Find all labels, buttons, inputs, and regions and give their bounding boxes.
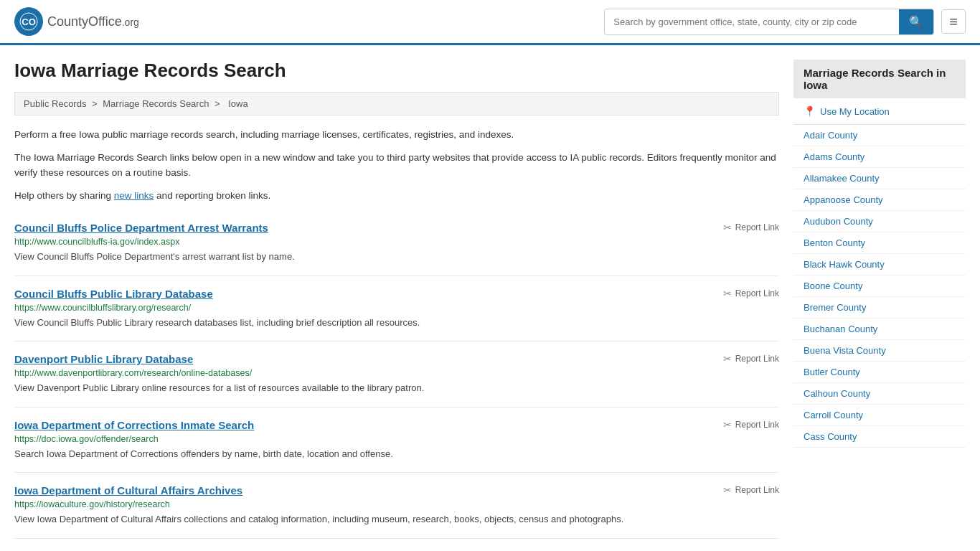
county-link-6[interactable]: Black Hawk County: [793, 254, 966, 275]
report-link-2[interactable]: ✂ Report Link: [723, 353, 779, 364]
result-desc-1: View Council Bluffs Public Library resea…: [14, 316, 779, 330]
site-header: CO CountyOffice.org 🔍 ≡: [0, 0, 980, 45]
county-link-7[interactable]: Boone County: [793, 276, 966, 296]
county-link-0[interactable]: Adair County: [793, 125, 966, 146]
county-link-8[interactable]: Bremer County: [793, 297, 966, 318]
search-input[interactable]: [605, 11, 899, 33]
header-right: 🔍 ≡: [604, 9, 966, 35]
result-url-0[interactable]: http://www.councilbluffs-ia.gov/index.as…: [14, 237, 779, 247]
county-link-1[interactable]: Adams County: [793, 146, 966, 167]
intro-text-1: Perform a free Iowa public marriage reco…: [14, 127, 779, 143]
report-icon: ✂: [723, 484, 732, 496]
result-item: Council Bluffs Public Library Database ✂…: [14, 276, 779, 342]
county-list: Adair CountyAdams CountyAllamakee County…: [793, 125, 966, 448]
county-link-9[interactable]: Buchanan County: [793, 319, 966, 339]
report-link-3[interactable]: ✂ Report Link: [723, 419, 779, 430]
county-link-12[interactable]: Calhoun County: [793, 383, 966, 404]
report-link-1[interactable]: ✂ Report Link: [723, 288, 779, 299]
sidebar: Marriage Records Search in Iowa 📍 Use My…: [793, 60, 966, 539]
result-desc-0: View Council Bluffs Police Department's …: [14, 250, 779, 264]
result-header: Iowa Department of Cultural Affairs Arch…: [14, 484, 779, 496]
list-item: Calhoun County: [793, 383, 966, 405]
result-title-1[interactable]: Council Bluffs Public Library Database: [14, 288, 213, 300]
report-icon: ✂: [723, 288, 732, 299]
logo-icon: CO: [14, 7, 43, 36]
list-item: Carroll County: [793, 405, 966, 426]
county-link-14[interactable]: Cass County: [793, 426, 966, 447]
report-icon: ✂: [723, 222, 732, 233]
result-desc-4: View Iowa Department of Cultural Affairs…: [14, 512, 779, 527]
result-item: Council Bluffs Police Department Arrest …: [14, 210, 779, 276]
results-container: Council Bluffs Police Department Arrest …: [14, 210, 779, 539]
result-title-2[interactable]: Davenport Public Library Database: [14, 353, 193, 365]
report-icon: ✂: [723, 419, 732, 430]
county-link-4[interactable]: Audubon County: [793, 211, 966, 232]
pin-icon: 📍: [804, 105, 816, 117]
logo-text: CountyOffice.org: [47, 14, 139, 29]
result-title-4[interactable]: Iowa Department of Cultural Affairs Arch…: [14, 484, 242, 496]
result-item: Iowa Department of Cultural Affairs Arch…: [14, 473, 779, 539]
result-header: Council Bluffs Public Library Database ✂…: [14, 288, 779, 300]
result-item: Iowa Department of Corrections Inmate Se…: [14, 408, 779, 474]
report-link-4[interactable]: ✂ Report Link: [723, 484, 779, 496]
svg-text:CO: CO: [22, 17, 36, 27]
list-item: Appanoose County: [793, 189, 966, 211]
county-link-10[interactable]: Buena Vista County: [793, 340, 966, 361]
breadcrumb: Public Records > Marriage Records Search…: [14, 92, 779, 116]
result-item: Davenport Public Library Database ✂ Repo…: [14, 342, 779, 408]
result-title-3[interactable]: Iowa Department of Corrections Inmate Se…: [14, 419, 254, 431]
list-item: Allamakee County: [793, 168, 966, 189]
sidebar-heading: Marriage Records Search in Iowa: [793, 60, 966, 98]
list-item: Buena Vista County: [793, 340, 966, 362]
intro-text-2: The Iowa Marriage Records Search links b…: [14, 150, 779, 181]
result-header: Council Bluffs Police Department Arrest …: [14, 222, 779, 234]
county-link-2[interactable]: Allamakee County: [793, 168, 966, 189]
result-url-3[interactable]: https://doc.iowa.gov/offender/search: [14, 434, 779, 444]
logo-area: CO CountyOffice.org: [14, 7, 139, 36]
list-item: Black Hawk County: [793, 254, 966, 276]
county-link-5[interactable]: Benton County: [793, 232, 966, 253]
list-item: Boone County: [793, 276, 966, 297]
result-url-1[interactable]: https://www.councilbluffslibrary.org/res…: [14, 303, 779, 313]
county-link-11[interactable]: Butler County: [793, 362, 966, 382]
breadcrumb-public-records[interactable]: Public Records: [24, 98, 86, 109]
list-item: Benton County: [793, 232, 966, 254]
list-item: Bremer County: [793, 297, 966, 319]
result-header: Davenport Public Library Database ✂ Repo…: [14, 353, 779, 365]
breadcrumb-iowa: Iowa: [228, 98, 248, 109]
report-icon: ✂: [723, 353, 732, 364]
intro-text-3: Help others by sharing new links and rep…: [14, 188, 779, 204]
list-item: Cass County: [793, 426, 966, 448]
new-links-link[interactable]: new links: [114, 190, 154, 201]
county-link-13[interactable]: Carroll County: [793, 405, 966, 425]
page-title: Iowa Marriage Records Search: [14, 60, 779, 82]
result-desc-2: View Davenport Public Library online res…: [14, 381, 779, 395]
search-bar: 🔍: [604, 9, 934, 35]
page-wrapper: Iowa Marriage Records Search Public Reco…: [0, 45, 980, 551]
result-desc-3: Search Iowa Department of Corrections of…: [14, 447, 779, 461]
result-url-4[interactable]: https://iowaculture.gov/history/research: [14, 499, 779, 509]
main-content: Iowa Marriage Records Search Public Reco…: [14, 60, 779, 539]
list-item: Audubon County: [793, 211, 966, 232]
result-header: Iowa Department of Corrections Inmate Se…: [14, 419, 779, 431]
breadcrumb-marriage-records[interactable]: Marriage Records Search: [103, 98, 209, 109]
report-link-0[interactable]: ✂ Report Link: [723, 222, 779, 233]
list-item: Adair County: [793, 125, 966, 146]
list-item: Adams County: [793, 146, 966, 168]
list-item: Buchanan County: [793, 319, 966, 340]
list-item: Butler County: [793, 362, 966, 383]
use-my-location[interactable]: 📍 Use My Location: [793, 98, 966, 125]
menu-button[interactable]: ≡: [941, 9, 966, 34]
search-button[interactable]: 🔍: [899, 9, 933, 34]
result-url-2[interactable]: http://www.davenportlibrary.com/research…: [14, 368, 779, 378]
result-title-0[interactable]: Council Bluffs Police Department Arrest …: [14, 222, 268, 234]
county-link-3[interactable]: Appanoose County: [793, 189, 966, 210]
